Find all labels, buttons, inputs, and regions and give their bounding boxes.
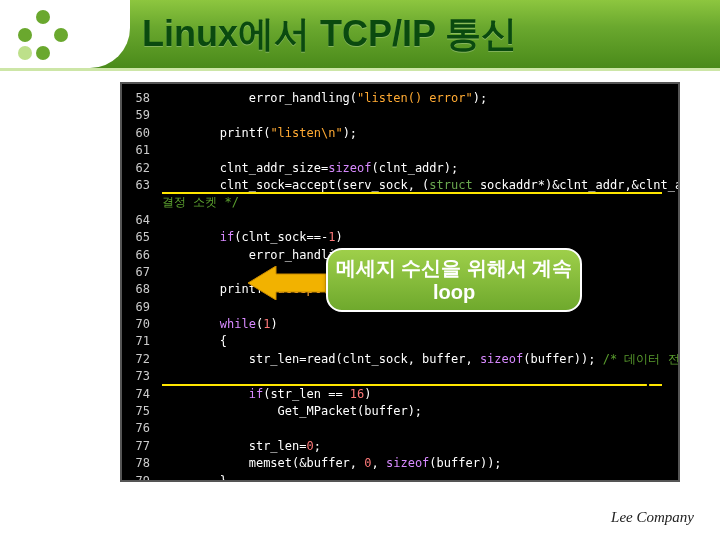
- footer-text: Lee Company: [611, 509, 694, 526]
- callout-line2: loop: [433, 280, 475, 304]
- header-underline: [0, 68, 720, 71]
- arrow-icon: [248, 266, 326, 300]
- text-cursor: I: [644, 366, 652, 393]
- slide-header: Linux에서 TCP/IP 통신: [0, 0, 720, 68]
- callout-line1: 메세지 수신을 위해서 계속: [336, 256, 573, 280]
- svg-marker-0: [248, 266, 326, 300]
- slide-title: Linux에서 TCP/IP 통신: [142, 10, 517, 59]
- logo-dots: [18, 10, 70, 62]
- highlight-underline-1: [162, 192, 662, 194]
- highlight-underline-2: [162, 384, 662, 386]
- line-number-gutter: 58 59 60 61 62 63 64 65 66 67 68 69 70 7…: [122, 90, 156, 482]
- callout-box: 메세지 수신을 위해서 계속 loop: [326, 248, 582, 312]
- header-cap: [0, 0, 130, 68]
